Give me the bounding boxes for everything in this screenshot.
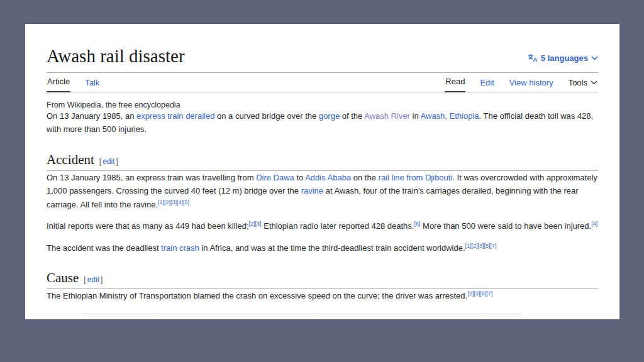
text-run: to — [294, 173, 305, 182]
article-tab-bar: Article Talk Read Edit View history Tool… — [47, 73, 598, 92]
text-run: More than 500 were said to have been inj… — [420, 221, 591, 231]
tools-menu[interactable]: Tools — [568, 74, 598, 92]
accident-paragraph-3: The accident was the deadliest train cra… — [47, 241, 598, 255]
view-tabs: Read Edit View history Tools — [445, 73, 598, 92]
citation-ref[interactable]: [4] — [591, 221, 597, 227]
wiki-link[interactable]: Awash, Ethiopia — [421, 111, 479, 121]
citation-ref[interactable]: [2][3] — [249, 221, 262, 227]
citation-ref-link[interactable]: [1][2][3][5][7] — [465, 243, 497, 249]
tab-talk[interactable]: Talk — [84, 74, 100, 92]
text-run: On 13 January 1985, an express train was… — [47, 173, 256, 182]
accident-paragraph-1: On 13 January 1985, an express train was… — [47, 171, 598, 212]
languages-button[interactable]: A 5 languages — [528, 53, 598, 67]
tab-article[interactable]: Article — [47, 73, 70, 92]
text-run: Ethiopian radio later reported 428 death… — [262, 221, 414, 231]
citation-ref-link[interactable]: [6] — [414, 221, 420, 227]
citation-ref-link[interactable]: [4] — [591, 221, 597, 227]
lead-paragraph: On 13 January 1985, an express train der… — [47, 109, 598, 136]
text-run: on the — [351, 173, 378, 182]
text-run: On 13 January 1985, an — [47, 111, 136, 121]
wiki-link[interactable]: gorge — [319, 111, 340, 121]
accident-paragraph-2: Initial reports were that as many as 449… — [47, 219, 598, 233]
citation-ref-link[interactable]: [2][3] — [249, 221, 262, 227]
wiki-link[interactable]: rail line from Djibouti — [379, 173, 453, 182]
text-run: in — [410, 111, 421, 121]
text-run: on a curved bridge over the — [214, 111, 319, 121]
tab-view-history[interactable]: View history — [509, 74, 554, 92]
page-title: Awash rail disaster — [47, 47, 185, 67]
chevron-down-icon — [591, 56, 598, 60]
citation-ref[interactable]: [2][3][8][7] — [467, 290, 492, 297]
wiki-link[interactable]: train crash — [161, 243, 199, 253]
chevron-down-icon — [591, 80, 597, 85]
title-row: Awash rail disaster A 5 languages — [47, 47, 598, 73]
citation-ref-link[interactable]: [2][3][8][7] — [467, 290, 492, 297]
text-run: of the — [340, 111, 364, 121]
next-section-edge — [82, 313, 522, 317]
edit-section-link[interactable]: edit — [101, 157, 116, 166]
wiki-link[interactable]: ravine — [301, 186, 323, 195]
wiki-link[interactable]: Awash River — [364, 111, 410, 121]
tab-edit[interactable]: Edit — [479, 74, 494, 92]
svg-text:A: A — [533, 56, 537, 63]
article-page: Awash rail disaster A 5 languages — [25, 24, 619, 319]
text-run: The accident was the deadliest — [47, 243, 161, 253]
section-title: Accident — [47, 152, 94, 167]
wiki-link[interactable]: Addis Ababa — [305, 173, 351, 182]
citation-ref[interactable]: [1][2][3][4][5] — [158, 199, 189, 206]
cause-paragraph-1: The Ethiopian Ministry of Transportation… — [47, 289, 598, 303]
citation-ref-link[interactable]: [1][2][3][4][5] — [158, 199, 189, 206]
edit-section-link[interactable]: edit — [86, 275, 101, 284]
languages-label: 5 languages — [541, 53, 588, 63]
citation-ref[interactable]: [1][2][3][5][7] — [465, 243, 497, 249]
site-tagline: From Wikipedia, the free encyclopedia — [47, 101, 598, 109]
wiki-link[interactable]: Dire Dawa — [256, 173, 294, 182]
namespace-tabs: Article Talk — [47, 73, 100, 92]
text-run: Initial reports were that as many as 449… — [47, 221, 249, 231]
section-title: Cause — [47, 270, 79, 285]
section-heading-accident: Accident[edit] — [47, 152, 598, 171]
citation-ref[interactable]: [6] — [414, 221, 420, 227]
tab-read[interactable]: Read — [445, 73, 465, 92]
text-run: The Ethiopian Ministry of Transportation… — [47, 291, 467, 300]
section-heading-cause: Cause[edit] — [47, 270, 598, 289]
text-run: in Africa, and was at the time the third… — [199, 243, 465, 253]
language-icon: A — [528, 53, 538, 63]
wiki-link[interactable]: express train derailed — [136, 111, 214, 121]
